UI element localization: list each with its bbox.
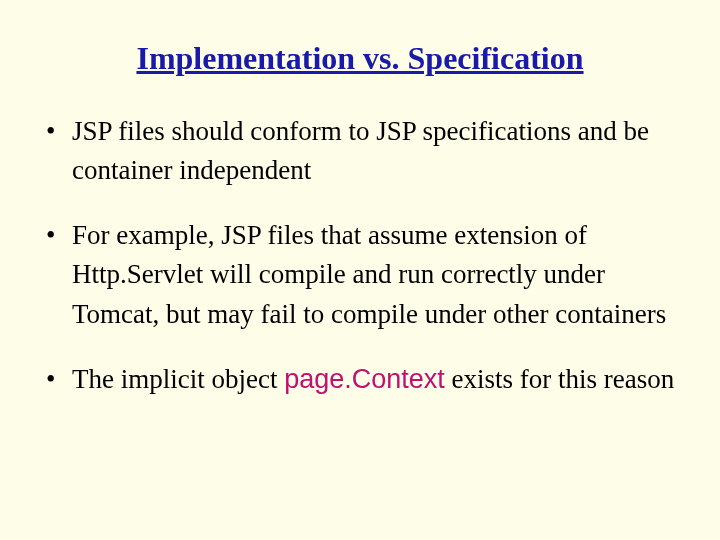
code-term: page.Context — [284, 364, 445, 394]
list-item: The implicit object page.Context exists … — [40, 360, 680, 399]
list-item: JSP files should conform to JSP specific… — [40, 112, 680, 190]
slide: Implementation vs. Specification JSP fil… — [0, 0, 720, 540]
list-item: For example, JSP files that assume exten… — [40, 216, 680, 333]
bullet-text-post: exists for this reason — [445, 364, 674, 394]
bullet-text-pre: The implicit object — [72, 364, 284, 394]
bullet-list: JSP files should conform to JSP specific… — [40, 112, 680, 399]
slide-title: Implementation vs. Specification — [40, 40, 680, 77]
